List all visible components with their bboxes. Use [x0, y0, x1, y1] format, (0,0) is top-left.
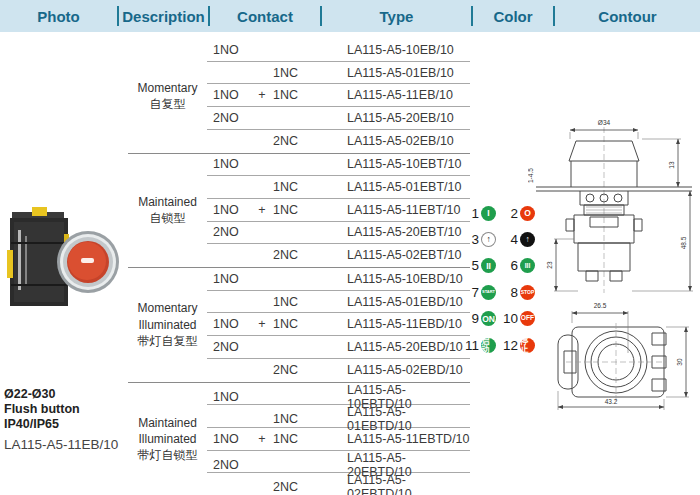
- contact-left: 2NO: [207, 225, 251, 239]
- dim-full-width: 43.2: [605, 398, 618, 405]
- color-number: 3: [471, 232, 479, 247]
- color-swatch-red-off: OFF: [520, 311, 535, 326]
- type-code: LA115-A5-01EBT/10: [347, 180, 470, 194]
- type-code: LA115-A5-10EB/10: [347, 43, 470, 57]
- column-header-type: Type: [322, 8, 471, 25]
- product-diameter: Ø22-Ø30: [4, 387, 118, 402]
- contact-left: 1NO: [207, 272, 251, 286]
- color-option: 9 ON: [457, 306, 496, 332]
- table-row: 1NC LA115-A5-01EBTD/10: [207, 405, 470, 428]
- table-row: 2NC LA115-A5-02EBD/10: [207, 359, 470, 381]
- table-row: 1NO LA115-A5-10EB/10: [207, 39, 470, 62]
- description-line: Maintained: [138, 415, 197, 431]
- type-code: LA115-A5-02EBT/10: [347, 248, 470, 262]
- table-row: 1NO + 1NC LA115-A5-11EB/10: [207, 84, 470, 107]
- color-number: 8: [510, 285, 518, 300]
- product-model: LA115-A5-11EB/10: [4, 437, 118, 452]
- dim-body-height: 23: [546, 261, 553, 269]
- table-row: 1NC LA115-A5-01EBD/10: [207, 291, 470, 314]
- table-group-momentary-illuminated: Momentary Illuminated 带灯自复型 1NO LA115-A5…: [128, 268, 470, 383]
- product-info: Ø22-Ø30 Flush button IP40/IP65 LA115-A5-…: [4, 387, 118, 452]
- color-option: 3 ↑: [457, 226, 496, 252]
- contact-right: 2NC: [273, 363, 347, 377]
- contour-side-view: Ø34 1-4.5 13 48.5: [528, 103, 700, 295]
- contour-top-view: 26.5 43.2 30: [536, 293, 700, 415]
- type-code: LA115-A5-11EBT/10: [347, 203, 470, 217]
- table-row: 1NO LA115-A5-10EBD/10: [207, 268, 470, 291]
- contact-right: 1NC: [273, 88, 347, 102]
- column-header-photo: Photo: [0, 8, 117, 25]
- group-description: Maintained 自锁型: [128, 154, 207, 268]
- color-swatch-green-I: I: [481, 206, 496, 221]
- contact-left: 1NO: [207, 157, 251, 171]
- contact-plus: +: [251, 432, 273, 446]
- contact-left: 1NO: [207, 203, 251, 217]
- type-code: LA115-A5-02EBD/10: [347, 363, 470, 377]
- color-swatch-green-II: II: [481, 258, 496, 273]
- description-line: Illuminated: [138, 431, 196, 447]
- type-code: LA115-A5-10EBD/10: [347, 272, 470, 286]
- color-swatch-red-cn-stop: 停止: [520, 338, 535, 353]
- type-code: LA115-A5-01EBD/10: [347, 295, 470, 309]
- table-row: 2NC LA115-A5-02EBT/10: [207, 244, 470, 266]
- color-number: 4: [510, 232, 518, 247]
- contact-right: 2NC: [273, 248, 347, 262]
- contact-right: 1NC: [273, 432, 347, 446]
- description-line: Maintained: [138, 194, 197, 210]
- catalog-page: Photo Description Contact Type Color Con…: [0, 0, 700, 495]
- description-line: 带灯自复型: [138, 333, 198, 349]
- contact-right: 1NC: [273, 412, 347, 426]
- type-code: LA115-A5-01EBTD/10: [347, 405, 470, 433]
- selection-table: Momentary 自复型 1NO LA115-A5-10EB/10 1NC L…: [128, 39, 470, 495]
- table-row: 2NC LA115-A5-02EBTD/10: [207, 473, 470, 495]
- group-description: Maintained Illuminated 带灯自锁型: [128, 383, 207, 495]
- contact-right: 1NC: [273, 295, 347, 309]
- dim-cap-height: 13: [668, 161, 675, 169]
- color-swatch-white-arrow: ↑: [481, 232, 496, 247]
- type-code: LA115-A5-20EBT/10: [347, 225, 470, 239]
- color-option: 7 START: [457, 279, 496, 305]
- type-code: LA115-A5-02EB/10: [347, 134, 470, 148]
- description-line: 自复型: [150, 96, 186, 112]
- contact-left: 2NO: [207, 340, 251, 354]
- table-row: 1NO + 1NC LA115-A5-11EBT/10: [207, 199, 470, 222]
- table-group-momentary: Momentary 自复型 1NO LA115-A5-10EB/10 1NC L…: [128, 39, 470, 154]
- column-header-color: Color: [473, 8, 553, 25]
- description-line: Momentary: [137, 80, 197, 96]
- contact-left: 1NO: [207, 432, 251, 446]
- color-number: 1: [471, 206, 479, 221]
- color-number: 2: [510, 206, 518, 221]
- color-number: 11: [465, 338, 479, 353]
- type-code: LA115-A5-11EB/10: [347, 88, 470, 102]
- contact-left: 2NO: [207, 458, 251, 472]
- table-row: 2NO LA115-A5-20EBD/10: [207, 336, 470, 359]
- table-group-maintained: Maintained 自锁型 1NO LA115-A5-10EBT/10 1NC…: [128, 154, 470, 269]
- header-row: Photo Description Contact Type Color Con…: [0, 0, 700, 32]
- table-row: 2NO LA115-A5-20EBTD/10: [207, 451, 470, 474]
- contact-left: 1NO: [207, 88, 251, 102]
- product-photo: [2, 196, 124, 324]
- group-description: Momentary 自复型: [128, 39, 207, 153]
- color-swatch-green-on: ON: [481, 311, 496, 326]
- contact-left: 1NO: [207, 317, 251, 331]
- color-options-list: 1 I 2 O 3 ↑ 4 ↑ 5 II 6 III 7 START 8 STO: [457, 200, 537, 358]
- color-number: 10: [503, 311, 518, 326]
- color-option: 1 I: [457, 200, 496, 226]
- description-line: Momentary: [137, 300, 197, 316]
- type-code: LA115-A5-02EBTD/10: [347, 473, 470, 495]
- table-row: 1NO + 1NC LA115-A5-11EBD/10: [207, 313, 470, 336]
- dim-top-width: 26.5: [594, 302, 607, 309]
- type-code: LA115-A5-01EB/10: [347, 66, 470, 80]
- contact-right: 1NC: [273, 317, 347, 331]
- table-row: 1NC LA115-A5-01EB/10: [207, 62, 470, 85]
- product-name: Flush button: [4, 402, 118, 417]
- table-row: 1NO LA115-A5-10EBTD/10: [207, 383, 470, 406]
- dim-diameter: Ø34: [598, 119, 611, 126]
- color-option: 12 停止: [496, 332, 535, 358]
- color-number: 5: [471, 258, 479, 273]
- table-row: 2NO LA115-A5-20EB/10: [207, 107, 470, 130]
- color-number: 9: [471, 311, 479, 326]
- column-header-description: Description: [119, 8, 208, 25]
- description-line: 自锁型: [150, 210, 186, 226]
- contact-left: 2NO: [207, 111, 251, 125]
